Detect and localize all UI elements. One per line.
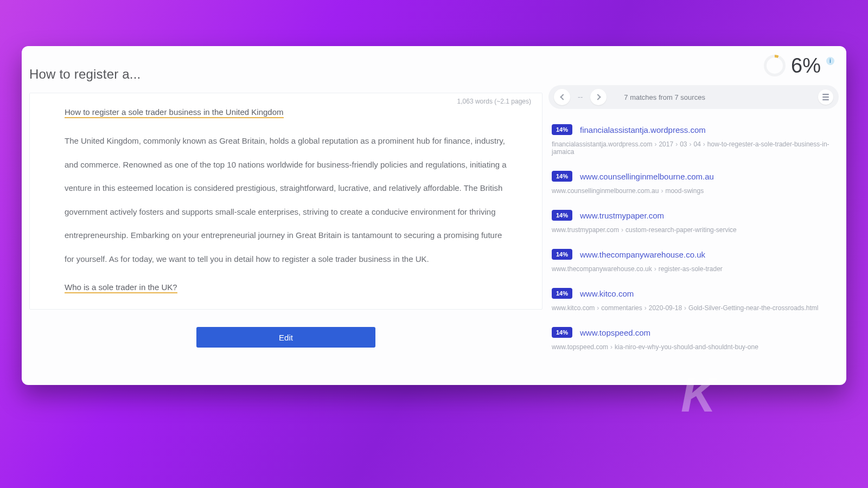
- score-row: 6% i: [543, 46, 846, 85]
- document-subheading-wrap: Who is a sole trader in the UK?: [65, 282, 512, 292]
- match-percentage-badge: 14%: [552, 249, 572, 260]
- menu-button[interactable]: [818, 89, 833, 105]
- source-item[interactable]: 14%www.thecompanywarehouse.co.ukwww.thec…: [548, 243, 837, 282]
- hamburger-icon: [822, 94, 829, 95]
- source-item[interactable]: 14%www.topspeed.comwww.topspeed.com›kia-…: [548, 322, 837, 361]
- score-ring-icon: [764, 55, 786, 76]
- source-breadcrumb: www.trustmypaper.com›custom-research-pap…: [552, 226, 833, 234]
- source-link[interactable]: www.thecompanywarehouse.co.uk: [580, 250, 705, 259]
- source-link[interactable]: www.topspeed.com: [580, 328, 650, 337]
- source-item[interactable]: 14%www.trustmypaper.comwww.trustmypaper.…: [548, 204, 837, 243]
- next-match-button[interactable]: [590, 89, 607, 105]
- match-percentage-badge: 14%: [552, 171, 572, 182]
- document-title: How to register a...: [29, 67, 542, 82]
- chevron-right-icon: [595, 94, 601, 100]
- source-link[interactable]: www.counsellinginmelbourne.com.au: [580, 172, 714, 181]
- source-breadcrumb: www.counsellinginmelbourne.com.au›mood-s…: [552, 187, 833, 195]
- match-percentage-badge: 14%: [552, 327, 572, 338]
- prev-match-button[interactable]: [554, 89, 570, 105]
- chevron-left-icon: [560, 94, 566, 100]
- matches-nav-bar: -- 7 matches from 7 sources: [548, 85, 839, 109]
- source-link[interactable]: www.kitco.com: [580, 289, 634, 298]
- document-heading: How to register a sole trader business i…: [65, 107, 284, 118]
- app-window: How to register a... 1,063 words (~2.1 p…: [22, 46, 846, 385]
- document-scroll-area[interactable]: 1,063 words (~2.1 pages) How to register…: [30, 93, 542, 309]
- match-position: --: [578, 93, 583, 101]
- source-breadcrumb: www.thecompanywarehouse.co.uk›register-a…: [552, 265, 833, 273]
- left-panel: How to register a... 1,063 words (~2.1 p…: [22, 46, 542, 385]
- source-item[interactable]: 14%www.counsellinginmelbourne.com.auwww.…: [548, 165, 837, 204]
- source-item[interactable]: 14%financialassistantja.wordpress.comfin…: [548, 119, 837, 165]
- source-item[interactable]: 14%www.kitco.comwww.kitco.com›commentari…: [548, 282, 837, 322]
- source-breadcrumb: www.kitco.com›commentaries›2020-09-18›Go…: [552, 304, 833, 312]
- word-count: 1,063 words (~2.1 pages): [457, 98, 531, 105]
- match-percentage-badge: 14%: [552, 124, 572, 135]
- source-breadcrumb: www.topspeed.com›kia-niro-ev-why-you-sho…: [552, 343, 833, 351]
- document-container: 1,063 words (~2.1 pages) How to register…: [29, 93, 542, 310]
- document-paragraph-2: Registering as a sole trader is widely r…: [65, 304, 512, 309]
- info-icon[interactable]: i: [826, 57, 834, 65]
- matches-summary: 7 matches from 7 sources: [624, 93, 705, 101]
- source-link[interactable]: financialassistantja.wordpress.com: [580, 125, 706, 134]
- source-breadcrumb: financialassistantja.wordpress.com›2017›…: [552, 140, 833, 156]
- match-percentage-badge: 14%: [552, 288, 572, 299]
- source-link[interactable]: www.trustmypaper.com: [580, 211, 664, 220]
- sources-list[interactable]: 14%financialassistantja.wordpress.comfin…: [548, 119, 840, 385]
- document-subheading: Who is a sole trader in the UK?: [65, 282, 177, 293]
- right-panel: 6% i -- 7 matches from 7 sources 14%fina…: [542, 46, 846, 385]
- similarity-score: 6%: [791, 54, 821, 78]
- match-percentage-badge: 14%: [552, 210, 572, 221]
- edit-button[interactable]: Edit: [196, 327, 375, 348]
- document-paragraph-1: The United Kingdom, commonly known as Gr…: [65, 129, 512, 271]
